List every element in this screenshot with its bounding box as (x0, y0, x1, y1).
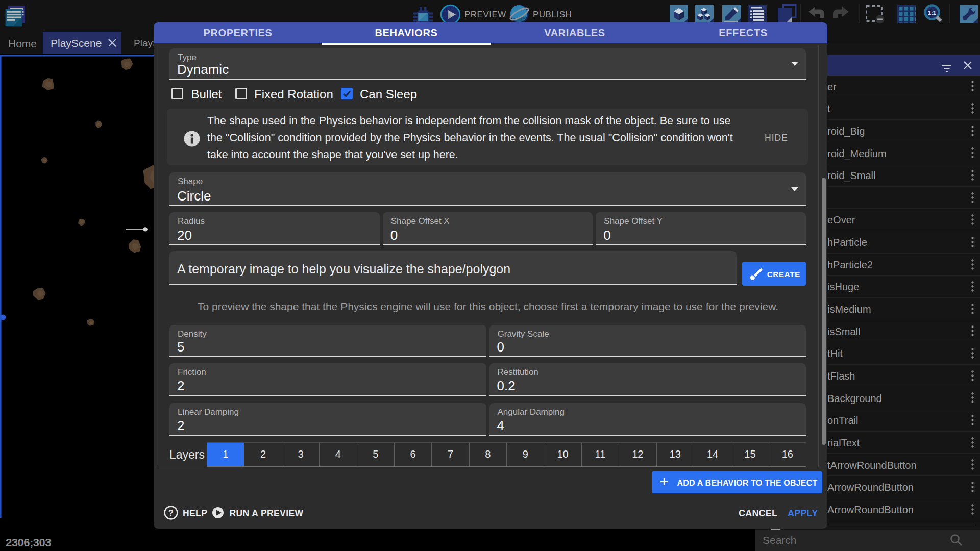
svg-text:1:1: 1:1 (928, 10, 936, 16)
svg-text:?: ? (168, 509, 174, 517)
